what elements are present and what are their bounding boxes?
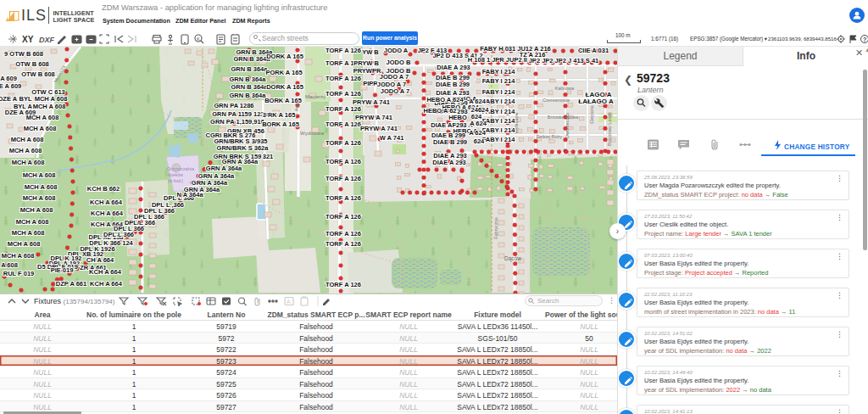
svg-text:DIAE A 293: DIAE A 293	[437, 64, 470, 71]
svg-text:GRN B 364a: GRN B 364a	[230, 92, 267, 99]
svg-text:TORF A 126: TORF A 126	[326, 139, 361, 147]
svg-text:DORK A 165: DORK A 165	[266, 53, 303, 60]
svg-text:JODO B: JODO B	[387, 59, 411, 66]
svg-text:TORF A 126: TORF A 126	[326, 281, 361, 288]
svg-text:KCH B 662: KCH B 662	[87, 185, 120, 193]
svg-text:DIAE B 299: DIAE B 299	[436, 81, 470, 88]
svg-text:TORF A 126: TORF A 126	[326, 158, 361, 165]
svg-text:624: 624	[474, 137, 485, 145]
svg-text:K: K	[197, 36, 200, 42]
svg-text:PRYW A 741: PRYW A 741	[353, 98, 390, 106]
svg-text:FABY I 214: FABY I 214	[482, 88, 515, 96]
svg-text:KCH A 664: KCH A 664	[90, 199, 123, 206]
svg-text:N A 364a: N A 364a	[176, 191, 203, 199]
svg-text:MCH A 608: MCH A 608	[16, 218, 49, 226]
svg-text:TORF A 126: TORF A 126	[326, 90, 361, 98]
svg-text:DXF: DXF	[39, 36, 55, 44]
svg-text:PIE 019: PIE 019	[51, 266, 74, 274]
svg-text:DZE A: DZE A	[0, 95, 18, 103]
svg-text:GRN/BRK S 362a: GRN/BRK S 362a	[217, 144, 270, 152]
svg-text:MCH A 608: MCH A 608	[12, 159, 45, 166]
svg-text:TORF A 126: TORF A 126	[326, 105, 361, 113]
svg-text:KCH A 664: KCH A 664	[89, 268, 122, 276]
svg-text:Czeresniowa: Czeresniowa	[542, 98, 570, 103]
svg-text:Macierzy: Macierzy	[305, 94, 326, 99]
svg-text:TORF A 126: TORF A 126	[326, 194, 361, 202]
svg-text:FABY I 214: FABY I 214	[482, 77, 515, 85]
svg-text:YW B: YW B	[362, 48, 379, 56]
svg-text:JODO A 7: JODO A 7	[380, 73, 409, 81]
svg-text:CIIE A 031: CIIE A 031	[578, 47, 609, 54]
svg-text:TORF A 126: TORF A 126	[326, 47, 361, 54]
svg-text:Oczyszczalnia: Oczyszczalnia	[167, 166, 194, 171]
svg-text:TORF A 126: TORF A 126	[326, 175, 361, 182]
svg-text:MCH A 608: MCH A 608	[12, 229, 45, 237]
svg-text:MCH A 608: MCH A 608	[20, 206, 53, 214]
svg-text:FABY I 214: FABY I 214	[482, 126, 515, 134]
svg-text:BORK A 165: BORK A 165	[262, 120, 299, 128]
svg-text:PRYW A 741: PRYW A 741	[360, 125, 398, 132]
svg-text:ścieków: ścieków	[168, 172, 183, 177]
svg-text:FABY I 214: FABY I 214	[482, 136, 515, 143]
svg-text:BYL: BYL	[19, 95, 32, 103]
svg-text:TORF A 126: TORF A 126	[326, 240, 361, 248]
svg-text:FABY I 214: FABY I 214	[482, 98, 515, 105]
svg-text:Dworzeczka: Dworzeczka	[565, 112, 570, 138]
svg-text:OTW B 608: OTW B 608	[15, 60, 49, 68]
svg-text:PRYW B: PRYW B	[353, 59, 379, 67]
svg-text:Wydmowa: Wydmowa	[300, 131, 325, 136]
svg-text:Dzikiej Róży: Dzikiej Róży	[537, 134, 563, 139]
svg-text:A 624: A 624	[469, 129, 487, 137]
svg-text:TORF A 126: TORF A 126	[326, 75, 361, 82]
svg-text:MCH A 608: MCH A 608	[9, 147, 42, 154]
svg-text:TORF A 126: TORF A 126	[326, 230, 361, 238]
svg-text:A 624: A 624	[469, 98, 487, 105]
svg-text:TORF A 126: TORF A 126	[326, 120, 361, 128]
svg-text:Brzoskwiniowa: Brzoskwiniowa	[548, 115, 579, 120]
svg-text:PRYW A 741: PRYW A 741	[355, 114, 392, 121]
svg-text:W A 741: W A 741	[380, 134, 404, 142]
svg-text:MCH A 608: MCH A 608	[2, 252, 35, 260]
svg-text:KCH A 664: KCH A 664	[91, 210, 124, 217]
svg-text:RUL F 019: RUL F 019	[3, 270, 35, 277]
svg-text:DIAE B 299: DIAE B 299	[433, 138, 467, 146]
svg-text:Kalinowa: Kalinowa	[555, 86, 575, 91]
svg-text:GRN B 364a: GRN B 364a	[231, 83, 269, 91]
svg-text:MCH A 608: MCH A 608	[23, 194, 56, 202]
svg-text:HEBO: HEBO	[448, 114, 467, 121]
svg-text:GRN B 364a: GRN B 364a	[230, 76, 267, 83]
svg-text:HEBO A 62: HEBO A 62	[423, 107, 456, 115]
svg-text:DORK A 165: DORK A 165	[266, 83, 303, 91]
svg-text:3 RK A 165: 3 RK A 165	[263, 111, 296, 119]
svg-text:GRN B 364a: GRN B 364a	[234, 55, 271, 63]
svg-text:MCH A 608: MCH A 608	[23, 171, 56, 179]
svg-text:A: A	[287, 299, 291, 305]
svg-text:Dąców: Dąców	[504, 255, 521, 262]
svg-text:GRN B 364a: GRN B 364a	[231, 65, 269, 73]
svg-text:?: ?	[863, 36, 866, 42]
svg-text:JODO A: JODO A	[384, 47, 409, 54]
svg-text:FABY I 214: FABY I 214	[482, 117, 515, 125]
svg-text:ŁAŁAGO A: ŁAŁAGO A	[578, 98, 614, 105]
svg-text:PORK A 165: PORK A 165	[265, 69, 302, 76]
svg-text:DIAE A 293: DIAE A 293	[432, 159, 465, 166]
svg-text:GRN PA 1286: GRN PA 1286	[214, 102, 253, 109]
svg-text:DPL L 366: DPL L 366	[103, 231, 134, 238]
svg-text:E A 609: E A 609	[0, 82, 21, 90]
svg-text:321: 321	[263, 153, 274, 160]
svg-text:PRYWPR: PRYWPR	[353, 67, 381, 75]
svg-text:OTW B 608: OTW B 608	[21, 70, 55, 78]
svg-text:JODO A 7: JODO A 7	[381, 87, 409, 95]
svg-text:MCH A 608: MCH A 608	[35, 95, 68, 103]
svg-text:KCH A 664: KCH A 664	[90, 280, 123, 288]
svg-text:PIPR: PIPR	[363, 80, 378, 87]
svg-text:MCH A 608: MCH A 608	[25, 183, 58, 191]
svg-text:CH A 664: CH A 664	[86, 256, 114, 264]
svg-text:MCH A 608: MCH A 608	[11, 136, 44, 143]
svg-text:FABY I 214: FABY I 214	[482, 68, 515, 76]
svg-text:A 624: A 624	[470, 120, 487, 127]
svg-text:9 OTW B 608: 9 OTW B 608	[4, 50, 43, 58]
svg-text:MCH A 608: MCH A 608	[26, 114, 59, 121]
svg-text:BORK A 165: BORK A 165	[264, 97, 302, 104]
svg-text:A 609: A 609	[0, 75, 17, 82]
